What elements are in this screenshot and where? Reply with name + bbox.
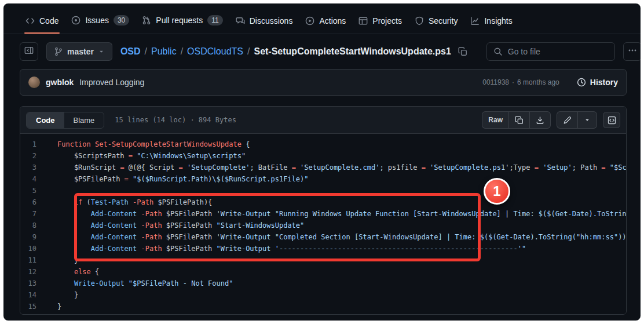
tab-label: Issues — [85, 16, 108, 25]
branch-selector-button[interactable]: master — [46, 42, 112, 61]
line-content: Add-Content -Path $PSFilePath 'Write-Out… — [48, 231, 626, 243]
breadcrumb-dir-public[interactable]: Public — [151, 46, 177, 57]
line-content: else { — [48, 266, 99, 278]
active-tab-underline — [24, 32, 60, 34]
tab-code[interactable]: Code — [20, 12, 64, 34]
commit-sha[interactable]: 0011938 — [482, 78, 509, 86]
breadcrumb: OSD / Public / OSDCloudTS / Set-SetupCom… — [120, 44, 470, 59]
git-pull-request-icon — [142, 16, 151, 25]
commit-time: 6 months ago — [517, 78, 559, 86]
line-content: $PSFilePath = "$($RunScript.Path)\$($Run… — [48, 173, 309, 185]
sidebar-panel-icon — [24, 46, 34, 57]
line-number[interactable]: 13 — [20, 278, 48, 289]
file-toolbar: master OSD / Public / OSDCloudTS / Set-S… — [3, 34, 641, 67]
code-line: 14 } — [20, 289, 626, 301]
line-number[interactable]: 12 — [20, 266, 48, 278]
code-line: 8 Add-Content -Path $PSFilePath "Start-W… — [20, 220, 626, 231]
code-line: 3 $RunScript = @(@{ Script = 'SetupCompl… — [20, 162, 626, 173]
insights-graph-icon — [470, 16, 480, 26]
symbols-panel-button[interactable] — [603, 112, 620, 128]
code-blame-switcher: Code Blame — [26, 112, 104, 129]
copy-file-button[interactable] — [508, 112, 529, 128]
commit-author[interactable]: gwblok — [46, 78, 74, 87]
tab-issues[interactable]: Issues 30 — [65, 10, 135, 34]
edit-dropdown-caret[interactable] — [577, 112, 597, 128]
pull-requests-count-badge: 11 — [207, 15, 222, 26]
line-content: $ScriptsPath = "C:\Windows\Setup\scripts… — [48, 150, 246, 162]
code-view: 1Function Set-SetupCompleteStartWindowsU… — [20, 134, 626, 314]
breadcrumb-repo-link[interactable]: OSD — [120, 46, 141, 57]
tab-projects[interactable]: Projects — [353, 12, 408, 34]
download-raw-button[interactable] — [529, 112, 550, 128]
file-content-panel: Code Blame 15 lines (14 loc) · 894 Bytes… — [20, 106, 627, 315]
line-content: $RunScript = @(@{ Script = 'SetupComplet… — [48, 162, 626, 173]
go-to-file-input[interactable]: Go to file — [486, 42, 615, 61]
line-number[interactable]: 11 — [20, 254, 48, 266]
tab-label: Pull requests — [156, 16, 203, 25]
line-number[interactable]: 2 — [20, 150, 48, 162]
sidebar-toggle-button[interactable] — [20, 42, 38, 61]
repo-nav: Code Issues 30 Pull requests 11 Discussi… — [3, 3, 641, 34]
tab-actions[interactable]: Actions — [299, 12, 352, 34]
discussions-icon — [236, 16, 245, 26]
edit-pencil-button[interactable] — [557, 112, 577, 128]
line-number[interactable]: 15 — [20, 301, 48, 312]
line-number[interactable]: 6 — [20, 196, 48, 208]
search-icon — [493, 47, 503, 56]
line-number[interactable]: 9 — [20, 231, 48, 243]
line-number[interactable]: 10 — [20, 243, 48, 254]
tab-label: Projects — [372, 16, 402, 26]
tab-label: Discussions — [250, 16, 293, 26]
breadcrumb-separator: / — [145, 46, 147, 57]
line-number[interactable]: 4 — [20, 173, 48, 185]
line-number[interactable]: 1 — [20, 139, 48, 150]
history-button[interactable]: History — [577, 78, 618, 87]
tab-label: Code — [39, 16, 58, 26]
git-branch-icon — [54, 47, 63, 56]
code-line: 10 Add-Content -Path $PSFilePath "Write-… — [20, 243, 626, 254]
code-line: 13 Write-Output "$PSFilePath - Not Found… — [20, 278, 626, 289]
code-icon — [25, 16, 35, 26]
line-number[interactable]: 14 — [20, 289, 48, 301]
more-options-button[interactable] — [623, 42, 641, 61]
issues-count-badge: 30 — [114, 15, 129, 26]
line-number[interactable]: 7 — [20, 208, 48, 220]
tab-code-view[interactable]: Code — [27, 112, 64, 128]
code-line: 2 $ScriptsPath = "C:\Windows\Setup\scrip… — [20, 150, 626, 162]
line-content: Function Set-SetupCompleteStartWindowsUp… — [48, 139, 250, 150]
raw-button-group: Raw — [482, 111, 551, 129]
line-number[interactable]: 8 — [20, 220, 48, 231]
breadcrumb-filename: Set-SetupCompleteStartWindowsUpdate.ps1 — [254, 46, 451, 57]
raw-button[interactable]: Raw — [482, 112, 508, 128]
copy-path-button[interactable] — [455, 44, 470, 59]
code-lines: 1Function Set-SetupCompleteStartWindowsU… — [20, 139, 626, 312]
line-content: Add-Content -Path $PSFilePath "Write-Out… — [48, 243, 526, 254]
tab-label: Insights — [484, 16, 512, 26]
code-line: 12 else { — [20, 266, 626, 278]
line-content: } — [48, 289, 78, 301]
line-content: Write-Output "$PSFilePath - Not Found" — [48, 278, 233, 289]
line-content: Add-Content -Path $PSFilePath "Start-Win… — [48, 220, 304, 231]
issue-opened-icon — [71, 16, 80, 25]
line-number[interactable]: 3 — [20, 162, 48, 173]
breadcrumb-separator: / — [181, 46, 183, 57]
line-content: if (Test-Path -Path $PSFilePath){ — [48, 196, 212, 208]
commit-message[interactable]: Improved Logging — [79, 78, 144, 87]
code-line: 5 — [20, 185, 626, 196]
tab-pull-requests[interactable]: Pull requests 11 — [136, 10, 228, 34]
code-line: 1Function Set-SetupCompleteStartWindowsU… — [20, 139, 626, 150]
tab-discussions[interactable]: Discussions — [230, 12, 299, 34]
commit-meta: 0011938 · 6 months ago — [482, 78, 559, 86]
tab-blame-view[interactable]: Blame — [64, 112, 104, 128]
file-content-header: Code Blame 15 lines (14 loc) · 894 Bytes… — [20, 107, 626, 134]
code-line: 6 if (Test-Path -Path $PSFilePath){ — [20, 196, 626, 208]
branch-name: master — [67, 47, 94, 56]
tab-security[interactable]: Security — [409, 12, 464, 34]
line-content — [48, 185, 57, 196]
breadcrumb-dir-osdcloudts[interactable]: OSDCloudTS — [187, 46, 243, 57]
kebab-horizontal-icon — [628, 46, 637, 57]
tab-insights[interactable]: Insights — [464, 12, 518, 34]
line-number[interactable]: 5 — [20, 185, 48, 196]
github-repo-page: Code Issues 30 Pull requests 11 Discussi… — [3, 3, 641, 321]
author-avatar[interactable] — [28, 77, 40, 88]
